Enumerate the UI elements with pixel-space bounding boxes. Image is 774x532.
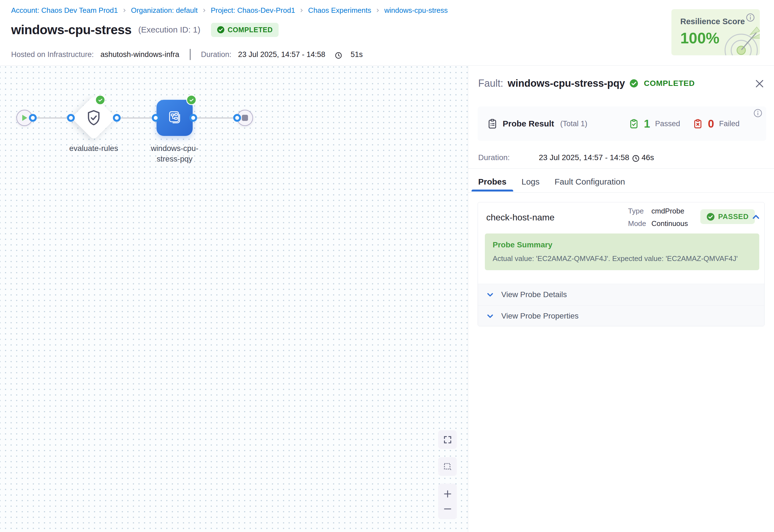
duration-value: 23 Jul 2025, 14:57 - 14:58 [238,50,325,59]
chevron-right-icon [122,8,127,13]
node-port [67,114,75,122]
probe-status-label: PASSED [718,212,749,221]
probe-result-title: Probe Result [503,119,554,128]
breadcrumb-account[interactable]: Account: Chaos Dev Team Prod1 [11,6,118,15]
view-probe-properties-row[interactable]: View Probe Properties [478,305,764,326]
passed-label: Passed [655,120,680,128]
view-probe-details-row[interactable]: View Probe Details [478,284,764,305]
panel-duration-row: Duration: 23 Jul 2025, 14:57 - 14:58 46s [478,153,654,162]
chevron-right-icon [299,8,304,13]
failed-count: 0 [708,118,714,130]
marquee-icon [443,462,452,471]
status-badge: COMPLETED [211,23,279,37]
panel-tabs: Probes Logs Fault Configuration [478,177,625,192]
chevron-down-icon [486,312,494,320]
node-port [152,114,160,122]
node-port [233,114,241,122]
probe-summary-box: Probe Summary Actual value: 'EC2AMAZ-QMV… [485,233,759,270]
panel-duration-value: 23 Jul 2025, 14:57 - 14:58 [539,153,629,162]
zoom-in-button[interactable] [438,486,457,501]
edge-connector [33,117,71,119]
clock-icon [335,52,342,59]
failed-label: Failed [719,120,740,128]
breadcrumb: Account: Chaos Dev Team Prod1 Organizati… [11,6,448,15]
fault-name: windows-cpu-stress-pqy [508,78,625,89]
play-icon [21,114,28,121]
info-icon[interactable] [753,109,762,118]
probe-name: check-host-name [486,212,554,223]
page-header: Account: Chaos Dev Team Prod1 Organizati… [0,0,774,66]
breadcrumb-current[interactable]: windows-cpu-stress [384,6,448,15]
check-circle-icon [629,79,638,88]
breadcrumb-project[interactable]: Project: Chaos-Dev-Prod1 [211,6,295,15]
clipboard-x-icon [693,119,703,129]
chaos-fault-icon [166,109,183,127]
pipeline-canvas[interactable]: evaluate-rules windows-cpu-stress-pqy [0,66,468,532]
node-port [189,114,197,122]
probe-card: check-host-name TypecmdProbe ModeContinu… [478,202,765,326]
zoom-controls [438,484,457,519]
close-icon[interactable] [754,78,765,89]
fullscreen-button[interactable] [438,430,457,449]
breadcrumb-organization[interactable]: Organization: default [131,6,198,15]
probe-status-badge: PASSED [700,209,755,224]
divider [468,192,774,193]
hosted-label: Hosted on Infrastructure: [11,50,94,59]
fullscreen-icon [443,435,452,444]
probe-type-label: Type [628,205,651,217]
divider [190,49,190,60]
duration-elapsed: 51s [351,50,363,59]
clipboard-icon [487,118,498,129]
edge-connector [117,117,156,119]
clock-icon [632,155,640,162]
probe-summary-text: Actual value: 'EC2AMAZ-QMVAF4J'. Expecte… [493,254,751,263]
divider [468,168,774,169]
clipboard-check-icon [629,119,639,129]
probe-mode-value: Continuous [651,219,688,228]
node-port [113,114,121,122]
panel-duration-elapsed: 46s [641,153,654,162]
panel-duration-label: Duration: [478,153,539,162]
node-label: evaluate-rules [66,143,121,154]
probe-result-card: Probe Result (Total 1) 1 Passed 0 Failed [478,106,766,141]
status-badge-label: COMPLETED [228,26,273,34]
chevron-down-icon [486,291,494,299]
probe-mode-label: Mode [628,217,651,230]
minus-icon [443,504,452,514]
chevron-right-icon [202,8,207,13]
tab-logs[interactable]: Logs [522,177,540,192]
resilience-score-card: Resilience Score 100% [671,9,760,55]
evaluate-rules-node[interactable] [71,95,116,140]
hosted-value: ashutosh-windows-infra [100,50,179,59]
success-check-icon [186,95,197,105]
fault-status: COMPLETED [644,79,695,88]
stop-icon [242,115,248,121]
node-label: windows-cpu-stress-pqy [150,143,200,164]
probe-expand-rows: View Probe Details View Probe Properties [478,284,764,326]
passed-count: 1 [644,118,650,130]
page-title: windows-cpu-stress [11,22,132,37]
fault-node[interactable] [157,100,193,136]
fault-header: Fault: windows-cpu-stress-pqy COMPLETED [478,78,695,89]
probe-type-value: cmdProbe [651,207,684,215]
execution-id: (Execution ID: 1) [138,25,200,34]
breadcrumb-chaos-experiments[interactable]: Chaos Experiments [308,6,371,15]
probe-result-total: (Total 1) [560,120,587,128]
meta-row: Hosted on Infrastructure: ashutosh-windo… [11,49,363,60]
marquee-select-button[interactable] [438,457,457,476]
view-probe-properties-label: View Probe Properties [501,312,579,320]
duration-label: Duration: [201,50,232,59]
zoom-out-button[interactable] [438,501,457,516]
fault-details-panel: Fault: windows-cpu-stress-pqy COMPLETED … [468,66,774,532]
check-circle-icon [217,26,225,34]
check-circle-icon [706,213,715,221]
fault-label: Fault: [478,78,503,89]
tab-probes[interactable]: Probes [478,177,507,192]
chevron-up-icon[interactable] [751,213,760,222]
success-check-icon [95,95,105,105]
target-illustration [714,17,760,55]
view-probe-details-label: View Probe Details [501,290,567,299]
title-row: windows-cpu-stress (Execution ID: 1) COM… [11,22,279,37]
tab-fault-configuration[interactable]: Fault Configuration [555,177,625,192]
plus-icon [443,489,452,499]
